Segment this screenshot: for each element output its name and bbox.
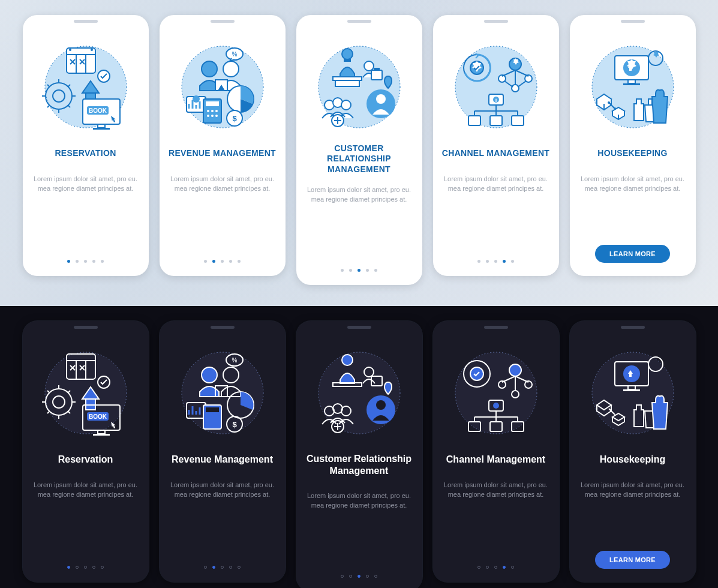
svg-rect-80 bbox=[628, 80, 635, 83]
svg-text:$: $ bbox=[232, 420, 237, 429]
crm-icon bbox=[311, 39, 407, 135]
card-description: Lorem ipsum dolor sit amet, pro eu. mea … bbox=[578, 481, 687, 509]
svg-point-106 bbox=[202, 367, 217, 383]
pagination-dots[interactable] bbox=[477, 566, 514, 569]
svg-point-88 bbox=[614, 107, 616, 110]
card-reservation-dark: BOOK Reservation Lorem ipsum dolor sit a… bbox=[23, 321, 149, 582]
card-description: Lorem ipsum dolor sit amet, pro eu. mea … bbox=[31, 175, 140, 203]
svg-point-119 bbox=[342, 355, 353, 365]
phone-notch bbox=[484, 20, 508, 23]
card-description: Lorem ipsum dolor sit amet, pro eu. mea … bbox=[578, 175, 687, 203]
pagination-dots[interactable] bbox=[341, 575, 377, 578]
svg-point-38 bbox=[342, 49, 353, 59]
svg-point-18 bbox=[202, 61, 217, 77]
card-title: RESERVATION bbox=[55, 142, 116, 165]
svg-rect-89 bbox=[648, 99, 652, 105]
revenue-icon: %$ bbox=[175, 39, 271, 135]
svg-point-6 bbox=[69, 49, 71, 51]
revenue-icon: %$ bbox=[175, 345, 271, 441]
learn-more-button[interactable]: LEARN MORE bbox=[595, 245, 670, 263]
svg-point-30 bbox=[207, 115, 209, 117]
svg-text:i: i bbox=[495, 97, 497, 103]
svg-point-42 bbox=[364, 61, 374, 71]
svg-rect-76 bbox=[512, 116, 524, 125]
card-title: Housekeeping bbox=[600, 448, 665, 471]
card-housekeeping-dark: Housekeeping Lorem ipsum dolor sit amet,… bbox=[570, 321, 696, 582]
card-title: Customer Relationship Management bbox=[305, 448, 414, 482]
svg-rect-39 bbox=[344, 59, 351, 62]
svg-text:%: % bbox=[232, 51, 237, 58]
phone-notch bbox=[621, 326, 645, 329]
svg-point-7 bbox=[91, 49, 93, 51]
reservation-icon: BOOK bbox=[38, 345, 134, 441]
channel-icon bbox=[448, 345, 544, 441]
svg-text:BOOK: BOOK bbox=[89, 107, 107, 114]
dark-theme-row: BOOK Reservation Lorem ipsum dolor sit a… bbox=[0, 306, 718, 588]
svg-rect-156 bbox=[623, 389, 640, 391]
svg-point-32 bbox=[215, 115, 218, 117]
pagination-dots[interactable] bbox=[204, 260, 241, 263]
svg-point-49 bbox=[341, 100, 351, 110]
learn-more-button[interactable]: LEARN MORE bbox=[595, 551, 670, 569]
pagination-dots[interactable] bbox=[341, 269, 377, 272]
svg-rect-81 bbox=[623, 83, 640, 85]
card-description: Lorem ipsum dolor sit amet, pro eu. mea … bbox=[168, 481, 277, 509]
phone-notch bbox=[74, 20, 98, 23]
svg-point-143 bbox=[493, 403, 499, 409]
card-title: Channel Management bbox=[446, 448, 545, 471]
card-housekeeping: HOUSEKEEPING Lorem ipsum dolor sit amet,… bbox=[570, 15, 696, 276]
crm-icon bbox=[311, 345, 407, 441]
svg-rect-44 bbox=[374, 68, 380, 70]
svg-point-87 bbox=[608, 101, 610, 104]
card-title: REVENUE MANAGEMENT bbox=[169, 142, 276, 165]
phone-notch bbox=[211, 326, 235, 329]
card-description: Lorem ipsum dolor sit amet, pro eu. mea … bbox=[305, 185, 414, 214]
card-description: Lorem ipsum dolor sit amet, pro eu. mea … bbox=[441, 481, 551, 509]
card-revenue: %$ REVENUE MANAGEMENT Lorem ipsum dolor … bbox=[160, 15, 286, 276]
card-title: Reservation bbox=[58, 448, 113, 471]
svg-rect-26 bbox=[206, 101, 219, 106]
card-description: Lorem ipsum dolor sit amet, pro eu. mea … bbox=[305, 491, 414, 520]
pagination-dots[interactable] bbox=[67, 566, 104, 569]
card-description: Lorem ipsum dolor sit amet, pro eu. mea … bbox=[31, 481, 140, 509]
svg-text:$: $ bbox=[232, 114, 237, 123]
svg-point-29 bbox=[215, 110, 218, 112]
card-title: Revenue Management bbox=[172, 448, 273, 471]
card-title: CHANNEL MANAGEMENT bbox=[442, 142, 549, 165]
card-crm-dark: Customer Relationship Management Lorem i… bbox=[296, 321, 422, 588]
svg-rect-100 bbox=[98, 430, 105, 434]
svg-point-27 bbox=[207, 110, 209, 112]
svg-text:%: % bbox=[232, 357, 237, 364]
svg-point-124 bbox=[376, 400, 386, 410]
card-channel-dark: Channel Management Lorem ipsum dolor sit… bbox=[433, 321, 559, 582]
pagination-dots[interactable] bbox=[67, 260, 104, 263]
card-description: Lorem ipsum dolor sit amet, pro eu. mea … bbox=[441, 175, 551, 203]
svg-point-60 bbox=[512, 85, 519, 92]
svg-rect-41 bbox=[335, 80, 359, 86]
svg-point-28 bbox=[211, 110, 214, 112]
phone-notch bbox=[621, 20, 645, 23]
svg-text:BOOK: BOOK bbox=[89, 413, 107, 420]
phone-notch bbox=[74, 326, 98, 329]
phone-notch bbox=[347, 326, 371, 329]
svg-rect-101 bbox=[93, 434, 110, 436]
svg-point-104 bbox=[182, 352, 263, 434]
svg-rect-12 bbox=[98, 124, 105, 128]
svg-rect-113 bbox=[206, 407, 219, 412]
card-reservation: BOOK RESERVATION Lorem ipsum dolor sit a… bbox=[23, 15, 149, 276]
housekeeping-icon bbox=[585, 345, 681, 441]
channel-icon: i bbox=[448, 39, 544, 135]
card-channel: i CHANNEL MANAGEMENT Lorem ipsum dolor s… bbox=[433, 15, 559, 276]
light-theme-row: BOOK RESERVATION Lorem ipsum dolor sit a… bbox=[0, 0, 718, 306]
pagination-dots[interactable] bbox=[477, 260, 514, 263]
svg-point-24 bbox=[193, 95, 200, 103]
svg-point-135 bbox=[509, 364, 521, 376]
svg-rect-43 bbox=[371, 70, 382, 80]
pagination-dots[interactable] bbox=[204, 566, 241, 569]
card-description: Lorem ipsum dolor sit amet, pro eu. mea … bbox=[168, 175, 277, 203]
phone-notch bbox=[211, 20, 235, 23]
phone-notch bbox=[347, 20, 371, 23]
phone-notch bbox=[484, 326, 508, 329]
card-title: CUSTOMER RELATIONSHIP MANAGEMENT bbox=[305, 142, 414, 176]
card-crm: CUSTOMER RELATIONSHIP MANAGEMENT Lorem i… bbox=[296, 15, 422, 285]
